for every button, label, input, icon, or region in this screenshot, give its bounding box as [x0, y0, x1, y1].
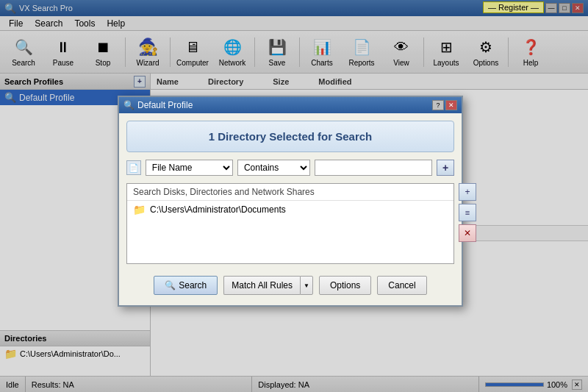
- dir-list-area: Search Disks, Directories and Network Sh…: [126, 183, 454, 264]
- dialog-title-left: 🔍 Default Profile: [123, 100, 193, 110]
- match-all-rules-button[interactable]: Match All Rules: [223, 276, 300, 295]
- dialog-icon: 🔍: [123, 100, 135, 110]
- dialog-title-bar: 🔍 Default Profile ? ✕: [119, 97, 462, 113]
- dialog-title: Default Profile: [137, 100, 193, 110]
- dialog: 🔍 Default Profile ? ✕ 1 Directory Select…: [118, 96, 463, 307]
- dir-side-buttons: + ≡ ✕: [459, 183, 476, 242]
- match-rules-split-button: Match All Rules ▼: [223, 276, 313, 295]
- filter-field-select[interactable]: File Name Directory Size Modified: [146, 160, 233, 176]
- dir-folder-icon: 📁: [133, 204, 146, 215]
- search-btn-icon: 🔍: [165, 280, 176, 291]
- dir-list-container: Search Disks, Directories and Network Sh…: [126, 183, 454, 264]
- dir-edit-button[interactable]: ≡: [459, 204, 476, 221]
- dir-list-header: Search Disks, Directories and Network Sh…: [127, 184, 453, 201]
- dir-add-button[interactable]: +: [459, 183, 476, 201]
- dir-list-item[interactable]: 📁 C:\Users\Administrator\Documents: [127, 201, 453, 218]
- dir-remove-button[interactable]: ✕: [459, 224, 476, 242]
- search-button[interactable]: 🔍 Search: [154, 276, 218, 295]
- match-all-rules-dropdown[interactable]: ▼: [300, 276, 313, 295]
- options-button[interactable]: Options: [319, 276, 371, 295]
- dialog-close-button[interactable]: ✕: [445, 100, 457, 110]
- filter-value-input[interactable]: [315, 160, 432, 176]
- dialog-help-button[interactable]: ?: [432, 100, 444, 110]
- dialog-footer: 🔍 Search Match All Rules ▼ Options Cance…: [126, 271, 454, 298]
- dialog-body: 1 Directory Selected for Search 📄 File N…: [119, 113, 462, 305]
- filter-icon: 📄: [126, 160, 141, 175]
- modal-overlay: 🔍 Default Profile ? ✕ 1 Directory Select…: [0, 0, 588, 392]
- filter-condition-select[interactable]: Contains Equals Starts With Ends With: [237, 160, 310, 176]
- dir-selected-banner: 1 Directory Selected for Search: [126, 121, 454, 152]
- filter-add-button[interactable]: +: [437, 160, 454, 176]
- cancel-button[interactable]: Cancel: [377, 276, 426, 295]
- dialog-controls: ? ✕: [432, 100, 457, 110]
- filter-row: 📄 File Name Directory Size Modified Cont…: [126, 160, 454, 176]
